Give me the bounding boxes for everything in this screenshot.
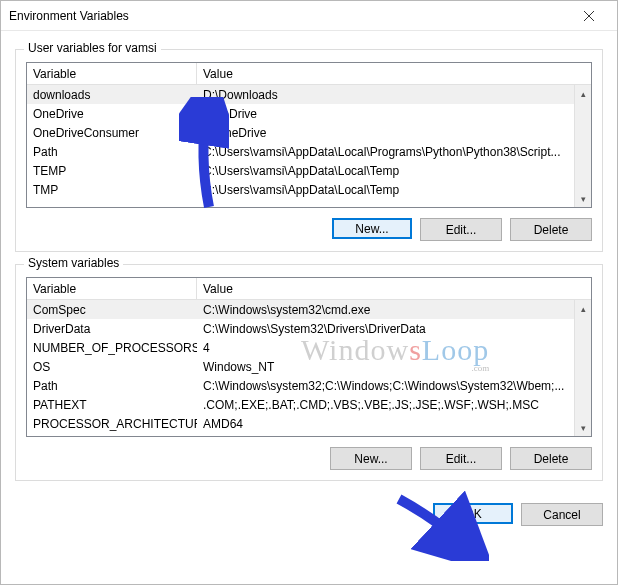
row-value: Windows_NT (197, 360, 591, 374)
environment-variables-dialog: Environment Variables User variables for… (0, 0, 618, 585)
row-value: D:\Downloads (197, 88, 591, 102)
scroll-down-icon[interactable]: ▾ (575, 419, 591, 436)
system-new-button[interactable]: New... (330, 447, 412, 470)
scroll-down-icon[interactable]: ▾ (575, 190, 591, 207)
user-buttons-row: New... Edit... Delete (26, 218, 592, 241)
cancel-button[interactable]: Cancel (521, 503, 603, 526)
row-variable: TMP (27, 183, 197, 197)
user-header-value[interactable]: Value (197, 63, 591, 84)
row-variable: Path (27, 145, 197, 159)
row-variable: downloads (27, 88, 197, 102)
scroll-up-icon[interactable]: ▴ (575, 85, 591, 102)
row-variable: OS (27, 360, 197, 374)
system-header-variable[interactable]: Variable (27, 278, 197, 299)
system-edit-button[interactable]: Edit... (420, 447, 502, 470)
system-variables-list[interactable]: Variable Value ComSpecC:\Windows\system3… (26, 277, 592, 437)
row-variable: TEMP (27, 164, 197, 178)
table-row[interactable]: OSWindows_NT (27, 357, 591, 376)
row-value: C:\Windows\system32\cmd.exe (197, 303, 591, 317)
table-row[interactable]: PathC:\Windows\system32;C:\Windows;C:\Wi… (27, 376, 591, 395)
row-value: C:\Windows\System32\Drivers\DriverData (197, 322, 591, 336)
row-value: .COM;.EXE;.BAT;.CMD;.VBS;.VBE;.JS;.JSE;.… (197, 398, 591, 412)
table-row[interactable]: DriverDataC:\Windows\System32\Drivers\Dr… (27, 319, 591, 338)
user-header-variable[interactable]: Variable (27, 63, 197, 84)
system-buttons-row: New... Edit... Delete (26, 447, 592, 470)
row-value: F.\OneDrive (197, 126, 591, 140)
table-row[interactable]: PathC:\Users\vamsi\AppData\Local\Program… (27, 142, 591, 161)
table-row[interactable]: PATHEXT.COM;.EXE;.BAT;.CMD;.VBS;.VBE;.JS… (27, 395, 591, 414)
row-value: AMD64 (197, 417, 591, 431)
window-title: Environment Variables (9, 9, 569, 23)
table-row[interactable]: NUMBER_OF_PROCESSORS4 (27, 338, 591, 357)
row-variable: Path (27, 379, 197, 393)
table-row[interactable]: TMPC:\Users\vamsi\AppData\Local\Temp (27, 180, 591, 199)
row-variable: OneDrive (27, 107, 197, 121)
user-delete-button[interactable]: Delete (510, 218, 592, 241)
row-value: C:\Users\vamsi\AppData\Local\Temp (197, 164, 591, 178)
table-row[interactable]: OneDrive \OneDrive (27, 104, 591, 123)
row-variable: DriverData (27, 322, 197, 336)
row-variable: OneDriveConsumer (27, 126, 197, 140)
user-scrollbar[interactable]: ▴ ▾ (574, 85, 591, 207)
table-row[interactable]: TEMPC:\Users\vamsi\AppData\Local\Temp (27, 161, 591, 180)
row-value: C:\Users\vamsi\AppData\Local\Temp (197, 183, 591, 197)
row-variable: PATHEXT (27, 398, 197, 412)
user-rows: downloadsD:\DownloadsOneDrive \OneDriveO… (27, 85, 591, 207)
table-row[interactable]: OneDriveConsumerF.\OneDrive (27, 123, 591, 142)
table-row[interactable]: PROCESSOR_ARCHITECTUREAMD64 (27, 414, 591, 433)
system-list-header: Variable Value (27, 278, 591, 300)
row-variable: NUMBER_OF_PROCESSORS (27, 341, 197, 355)
user-variables-list[interactable]: Variable Value downloadsD:\DownloadsOneD… (26, 62, 592, 208)
row-variable: ComSpec (27, 303, 197, 317)
close-icon (584, 11, 594, 21)
system-rows: ComSpecC:\Windows\system32\cmd.exeDriver… (27, 300, 591, 436)
row-variable: PROCESSOR_ARCHITECTURE (27, 417, 197, 431)
table-row[interactable]: downloadsD:\Downloads (27, 85, 591, 104)
system-variables-legend: System variables (24, 256, 123, 270)
row-value: C:\Windows\system32;C:\Windows;C:\Window… (197, 379, 591, 393)
system-scrollbar[interactable]: ▴ ▾ (574, 300, 591, 436)
titlebar: Environment Variables (1, 1, 617, 31)
scroll-up-icon[interactable]: ▴ (575, 300, 591, 317)
dialog-buttons-row: OK Cancel (1, 499, 617, 538)
system-header-value[interactable]: Value (197, 278, 591, 299)
table-row[interactable]: ComSpecC:\Windows\system32\cmd.exe (27, 300, 591, 319)
user-variables-legend: User variables for vamsi (24, 41, 161, 55)
user-list-header: Variable Value (27, 63, 591, 85)
dialog-content: User variables for vamsi Variable Value … (1, 31, 617, 499)
row-value: \OneDrive (197, 107, 591, 121)
system-delete-button[interactable]: Delete (510, 447, 592, 470)
system-variables-group: System variables Variable Value ComSpecC… (15, 264, 603, 481)
ok-button[interactable]: OK (433, 503, 513, 524)
user-new-button[interactable]: New... (332, 218, 412, 239)
user-variables-group: User variables for vamsi Variable Value … (15, 49, 603, 252)
row-value: C:\Users\vamsi\AppData\Local\Programs\Py… (197, 145, 591, 159)
close-button[interactable] (569, 2, 609, 30)
user-edit-button[interactable]: Edit... (420, 218, 502, 241)
row-value: 4 (197, 341, 591, 355)
